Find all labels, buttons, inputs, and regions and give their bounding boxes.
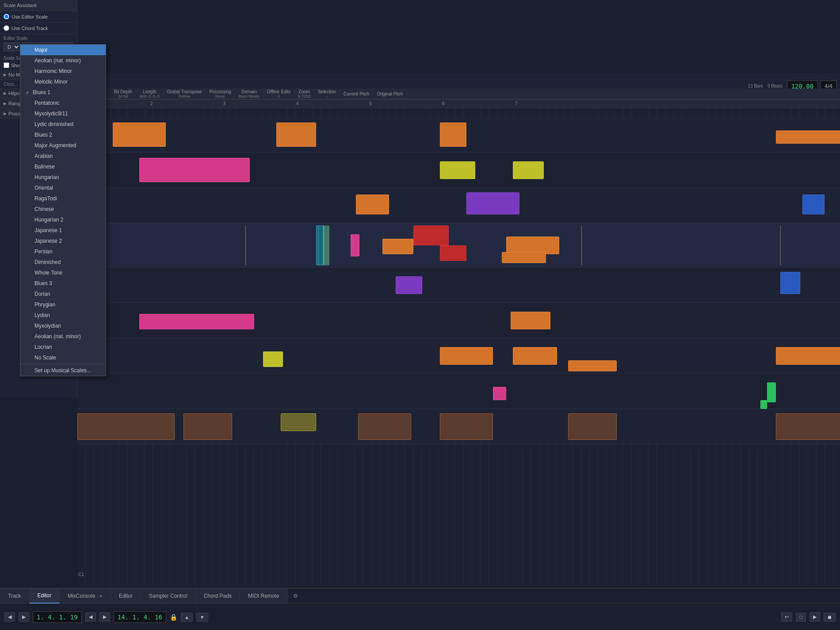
clip-4-3[interactable] <box>382 239 413 254</box>
clip-8-3[interactable] <box>760 400 767 409</box>
col-len-sub: 600. 0. 0. 0 <box>140 94 160 99</box>
end-display[interactable]: 14. 1. 4. 16 <box>114 611 166 623</box>
clip-1-3[interactable] <box>440 122 466 147</box>
dropdown-item-harmonic-minor[interactable]: Harmonic Minor <box>20 66 106 76</box>
dropdown-item-blues2[interactable]: Blues 2 <box>20 130 106 140</box>
dropdown-item-oriental[interactable]: Oriental <box>20 183 106 193</box>
scale-key-select[interactable]: D <box>4 42 20 51</box>
dropdown-item-persian[interactable]: Persian <box>20 246 106 257</box>
dropdown-item-phrygian[interactable]: Phrygian <box>20 299 106 310</box>
use-chord-track-label[interactable]: Use Chord Track <box>4 25 73 31</box>
dropdown-item-japanese2[interactable]: Japanese 2 <box>20 236 106 246</box>
clip-3-3[interactable] <box>802 195 825 214</box>
use-editor-scale-radio[interactable] <box>4 14 9 19</box>
tab-midi-remote[interactable]: MIDI Remote <box>240 588 288 603</box>
status-btn-3[interactable]: ◀ <box>85 612 96 622</box>
show-checkbox[interactable] <box>4 62 9 68</box>
arrangement-area: 2 3 4 5 6 7 <box>77 99 840 586</box>
clip-7-5[interactable] <box>776 347 840 365</box>
dropdown-item-lydic-dim[interactable]: Lydic diminished <box>20 119 106 130</box>
clip-8-1[interactable] <box>493 387 506 400</box>
tab-chord-pads[interactable]: Chord Pads <box>196 588 240 603</box>
bars-label: 13 Bars <box>748 84 763 88</box>
status-btn-4[interactable]: ▶ <box>99 612 110 622</box>
panel-title-text: Scale Assistant <box>4 3 37 8</box>
position-display[interactable]: 1. 4. 1. 19 <box>33 611 82 623</box>
dropdown-item-melodic-minor[interactable]: Melodic Minor <box>20 76 106 87</box>
clip-7-2[interactable] <box>440 347 493 365</box>
status-up-btn[interactable]: ▲ <box>181 613 193 622</box>
dropdown-item-blues3[interactable]: Blues 3 <box>20 278 106 289</box>
clip-9-7[interactable] <box>776 413 840 440</box>
clip-6-1[interactable] <box>139 314 254 329</box>
tab-editor[interactable]: Editor <box>30 588 60 603</box>
clip-9-2[interactable] <box>183 413 232 440</box>
dropdown-item-setup[interactable]: Set up Musical Scales... <box>20 365 106 376</box>
dropdown-item-no-scale[interactable]: No Scale <box>20 352 106 363</box>
dropdown-item-chinese[interactable]: Chinese <box>20 204 106 214</box>
dropdown-item-ragatodi[interactable]: RagaTodi <box>20 193 106 204</box>
tab-gear-icon[interactable]: ⚙ <box>288 588 303 603</box>
clip-3-2[interactable] <box>466 192 519 214</box>
dropdown-item-hungarian[interactable]: Hungarian <box>20 172 106 183</box>
status-undo-btn[interactable]: ↩ <box>781 612 792 622</box>
clip-9-5[interactable] <box>440 413 493 440</box>
dropdown-item-aeolian2[interactable]: Aeolian (nat. minor) <box>20 331 106 342</box>
tab-sampler[interactable]: Sampler Control <box>141 588 196 603</box>
dropdown-item-hungarian2[interactable]: Hungarian 2 <box>20 214 106 225</box>
clip-1-1[interactable] <box>113 122 166 147</box>
status-btn-1[interactable]: ◀ <box>4 612 15 622</box>
clip-3-1[interactable] <box>356 195 389 214</box>
clip-7-1[interactable] <box>263 351 283 367</box>
dropdown-item-blues1[interactable]: Blues 1 <box>20 87 106 98</box>
dropdown-item-pentatonic[interactable]: Pentatonic <box>20 98 106 108</box>
clip-4-2[interactable] <box>323 225 329 265</box>
use-editor-scale-label[interactable]: Use Editor Scale <box>4 14 73 19</box>
dropdown-item-balinese[interactable]: Balinese <box>20 161 106 172</box>
tab-mixconsole-close[interactable]: ✕ <box>99 594 103 599</box>
clip-4-7[interactable] <box>506 237 559 254</box>
dropdown-label-loc: Locrian <box>34 344 52 350</box>
use-chord-track-radio[interactable] <box>4 25 9 31</box>
status-play2-btn[interactable]: ▶ <box>809 612 820 622</box>
clip-9-6[interactable] <box>568 413 617 440</box>
clip-4-5[interactable] <box>440 245 466 261</box>
status-down-btn[interactable]: ▼ <box>196 613 208 622</box>
clip-2-1[interactable] <box>139 158 250 182</box>
dropdown-item-dorian[interactable]: Dorian <box>20 289 106 299</box>
clip-1-4[interactable] <box>776 130 840 144</box>
clip-6-2[interactable] <box>511 312 550 329</box>
tab-editor2[interactable]: Editor <box>111 588 141 603</box>
clip-9-3[interactable] <box>281 413 316 431</box>
clip-4-8[interactable] <box>502 252 546 263</box>
tab-mixconsole[interactable]: MixConsole ✕ <box>60 588 111 603</box>
dropdown-item-major[interactable]: Major <box>20 45 106 55</box>
dropdown-item-arabian[interactable]: Arabian <box>20 151 106 161</box>
clip-8-2[interactable] <box>767 382 776 402</box>
status-btn-2[interactable]: ▶ <box>19 612 29 622</box>
clip-4-6[interactable] <box>351 234 359 256</box>
clip-5-2[interactable] <box>780 272 800 294</box>
clip-7-3[interactable] <box>513 347 557 365</box>
clip-2-3[interactable] <box>513 161 544 179</box>
clip-4-4[interactable] <box>413 225 449 245</box>
dropdown-item-myxolydian[interactable]: Myxolydian <box>20 321 106 331</box>
clip-1-2[interactable] <box>276 122 316 147</box>
dropdown-item-wholetone[interactable]: Whole Tone <box>20 267 106 278</box>
status-stop2-btn[interactable]: ⏹ <box>824 613 836 622</box>
col-cur-pitch: Current Pitch <box>340 88 373 99</box>
tab-track[interactable]: Track <box>0 588 30 603</box>
status-square-btn[interactable]: □ <box>796 613 806 622</box>
dropdown-item-aeolian[interactable]: Aeolian (nat. minor) <box>20 55 106 66</box>
clip-7-4[interactable] <box>568 360 617 371</box>
clip-9-4[interactable] <box>358 413 411 440</box>
dropdown-item-major-aug[interactable]: Major Augmented <box>20 140 106 151</box>
dropdown-item-locrian[interactable]: Locrian <box>20 342 106 352</box>
dropdown-item-japanese1[interactable]: Japanese 1 <box>20 225 106 236</box>
dropdown-item-diminished[interactable]: Diminished <box>20 257 106 267</box>
clip-2-2[interactable] <box>440 161 475 179</box>
clip-9-1[interactable] <box>77 413 175 440</box>
dropdown-item-myxolydic[interactable]: Myxolydic9/11 <box>20 108 106 119</box>
dropdown-item-lydian[interactable]: Lydian <box>20 310 106 321</box>
clip-5-1[interactable] <box>396 276 422 294</box>
